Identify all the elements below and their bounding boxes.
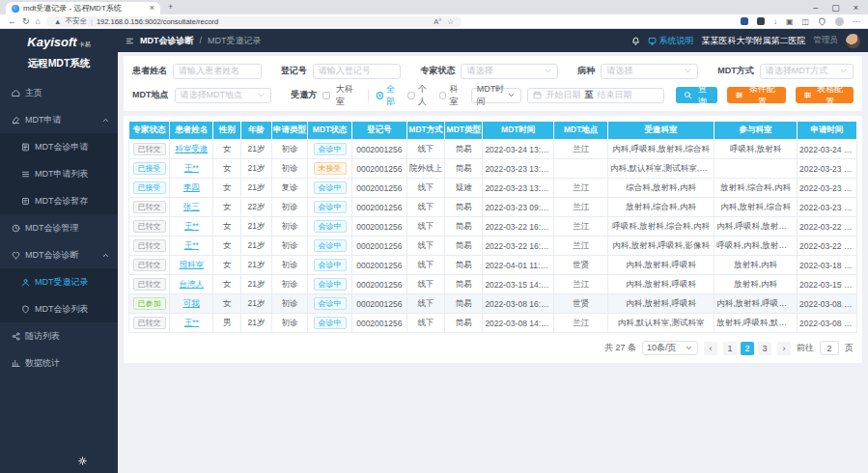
expert-status-badge: 已转交 xyxy=(129,275,170,294)
window-minimize-button[interactable]: – xyxy=(813,3,818,13)
browser-tab[interactable]: mdt受邀记录 - 远程MDT系统 × xyxy=(6,2,160,14)
refresh-icon[interactable]: ↻ xyxy=(22,16,30,26)
split-screen-icon[interactable]: ◫ xyxy=(801,17,809,26)
patient-name-link[interactable]: 照科室 xyxy=(180,260,205,269)
read-aloud-icon[interactable]: A° xyxy=(434,17,441,26)
search-button[interactable]: 查询 xyxy=(676,87,718,103)
back-icon[interactable]: ← xyxy=(8,16,16,26)
window-close-button[interactable]: × xyxy=(854,3,858,13)
disease-select[interactable]: 请选择 xyxy=(601,64,698,79)
notification-bell-icon[interactable] xyxy=(631,37,640,45)
scope-radio-dept[interactable]: 科室 xyxy=(439,83,465,108)
mdt-status-badge: 会诊中 xyxy=(308,140,351,159)
sidebar-item-0[interactable]: 主页 xyxy=(0,79,118,106)
settings-gear-icon[interactable] xyxy=(78,457,87,465)
mdt-status-badge: 会诊中 xyxy=(308,314,351,333)
table-row: 已转交王**女21岁初诊会诊中0002001256线下简易2022-03-22 … xyxy=(129,217,857,236)
patient-name-input[interactable]: 请输入患者姓名 xyxy=(173,64,262,79)
sidebar-item-5[interactable]: 数据统计 xyxy=(0,349,118,376)
mdt-place-select[interactable]: 请选择MDT地点 xyxy=(175,88,272,103)
gender-cell: 女 xyxy=(213,236,241,256)
participating-depts-cell: 放射科,呼吸科,默认科室,测... xyxy=(714,314,798,333)
scope-radio-personal[interactable]: 个人 xyxy=(407,83,434,108)
apply-time-cell: 2022-03-15 13:16:26 xyxy=(798,275,857,294)
page-button-2[interactable]: 2 xyxy=(741,342,754,355)
patient-name-link[interactable]: 张三 xyxy=(183,202,200,211)
gender-cell: 女 xyxy=(213,217,241,236)
page-size-select[interactable]: 10条/页 xyxy=(642,341,698,355)
date-range-input[interactable]: 开始日期 至 结束日期 xyxy=(527,88,663,103)
next-page-button[interactable]: › xyxy=(777,342,791,355)
mdt-type-cell: 简易 xyxy=(445,294,483,314)
share-icon xyxy=(12,332,20,341)
window-restore-button[interactable]: ▢ xyxy=(831,3,840,13)
sidebar-item-1[interactable]: MDT申请 xyxy=(0,106,118,133)
time-type-select[interactable]: MDT时间 xyxy=(471,88,522,103)
expert-status-badge: 已转交 xyxy=(129,198,170,217)
user-role: 管理员 xyxy=(814,35,839,46)
condition-config-button[interactable]: 条件配置 xyxy=(727,87,785,103)
apply-time-cell: 2022-03-08 13:06:56 xyxy=(798,314,857,333)
mdt-mode-select[interactable]: 请选择MDT方式 xyxy=(760,64,854,79)
profile-icon[interactable] xyxy=(835,17,844,26)
table-row: 已参加可我女21岁初诊会诊中0002001256线下简易2022-03-08 1… xyxy=(129,294,857,314)
sidebar-subitem-1-0[interactable]: MDT会诊申请 xyxy=(0,133,118,160)
patient-name-link[interactable]: 科室受邀 xyxy=(175,144,208,153)
menu-collapse-icon[interactable] xyxy=(126,37,134,45)
table-config-button[interactable]: 表格配置 xyxy=(796,87,854,103)
column-header: 受邀科室 xyxy=(608,122,714,140)
reg-no-cell: 0002001256 xyxy=(351,236,406,256)
mdt-status-badge: 会诊中 xyxy=(308,236,351,256)
sidebar-subitem-1-1[interactable]: MDT申请列表 xyxy=(0,160,118,187)
patient-name-label: 患者姓名 xyxy=(132,65,167,77)
extension-blue-icon[interactable] xyxy=(741,17,748,25)
sidebar-item-4[interactable]: 随访列表 xyxy=(0,322,118,349)
reg-no-cell: 0002001256 xyxy=(351,314,406,333)
extension-dark-icon[interactable] xyxy=(757,17,765,25)
table-row: 已转交台湾人女21岁初诊会诊中0002001256线下简易2022-03-15 … xyxy=(129,275,857,294)
collections-icon[interactable]: ▣ xyxy=(786,17,794,26)
more-menu-icon[interactable]: ⋯ xyxy=(853,17,860,26)
invited-depts-cell: 综合科,放射科,内科 xyxy=(608,179,714,198)
sidebar-item-2[interactable]: MDT会诊管理 xyxy=(0,214,118,241)
mdt-type-cell: 简易 xyxy=(445,140,483,159)
sidebar-item-3[interactable]: MDT会诊诊断 xyxy=(0,241,118,268)
patient-name-link[interactable]: 台湾人 xyxy=(180,279,205,289)
sidebar-subitem-label: MDT申请列表 xyxy=(35,168,89,181)
home-icon[interactable]: ⌂ xyxy=(36,16,41,26)
apply-type-cell: 复诊 xyxy=(271,179,308,198)
user-avatar[interactable] xyxy=(846,34,860,48)
patient-name-link[interactable]: 李四 xyxy=(183,182,200,192)
patient-name-link[interactable]: 王** xyxy=(184,318,199,327)
column-header: 登记号 xyxy=(351,122,406,140)
system-help-link[interactable]: 系统说明 xyxy=(648,35,694,47)
url-field[interactable]: ▲ 不安全 | 192.168.0.156:9002/consultate/re… xyxy=(46,16,462,27)
shield-check-icon[interactable] xyxy=(818,17,826,26)
tab-close-icon[interactable]: × xyxy=(150,4,154,13)
expert-status-select[interactable]: 请选择 xyxy=(461,64,558,79)
page-button-3[interactable]: 3 xyxy=(758,342,771,355)
scope-radio-all[interactable]: 全部 xyxy=(377,83,403,108)
sidebar-subitem-label: MDT会诊暂存 xyxy=(35,195,89,208)
goto-page-input[interactable]: 2 xyxy=(820,341,839,355)
favorite-star-icon[interactable]: ☆ xyxy=(447,17,454,26)
patient-name-link[interactable]: 王** xyxy=(184,163,199,173)
new-tab-button[interactable]: + xyxy=(168,3,173,12)
goto-suffix: 页 xyxy=(845,342,854,354)
sidebar-subitem-3-1[interactable]: MDT会诊列表 xyxy=(0,295,118,322)
records-table: 专家状态患者姓名性别年龄申请类型MDT状态登记号MDT方式MDT类型MDT时间M… xyxy=(128,121,857,333)
sidebar-subitem-1-2[interactable]: MDT会诊暂存 xyxy=(0,187,118,214)
mdt-time-cell: 2022-03-08 16:00:00 xyxy=(483,294,554,314)
prev-page-button[interactable]: ‹ xyxy=(704,342,717,355)
major-dept-checkbox[interactable] xyxy=(322,92,330,99)
column-header: 患者姓名 xyxy=(170,122,213,140)
sidebar-subitem-3-0[interactable]: MDT受邀记录 xyxy=(0,268,118,295)
downloads-icon[interactable]: ↓ xyxy=(773,17,777,26)
invited-depts-cell: 内科,默认科室,测试科室 xyxy=(608,314,714,333)
patient-name-link[interactable]: 可我 xyxy=(183,298,200,308)
page-button-1[interactable]: 1 xyxy=(723,342,737,355)
reg-no-input[interactable]: 请输入登记号 xyxy=(313,64,402,79)
patient-name-link[interactable]: 王** xyxy=(184,221,199,231)
patient-name-link: 台湾人 xyxy=(170,275,213,294)
patient-name-link[interactable]: 王** xyxy=(184,240,199,250)
